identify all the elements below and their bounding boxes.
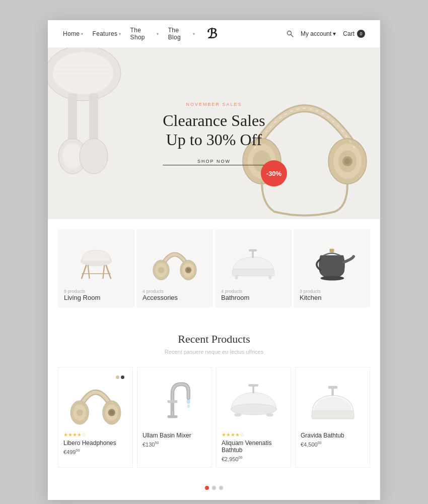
products-grid: ★★★★☆ Libero Headphones €49900 [58,367,370,468]
search-button[interactable] [287,30,294,37]
svg-rect-6 [89,93,98,144]
category-kitchen-name: Kitchen [300,294,321,301]
header: Home ▾ Features ▾ The Shop ▾ The Blog ▾ … [48,20,380,48]
svg-point-55 [234,413,241,416]
category-accessories-image [142,235,207,285]
category-kitchen-image [300,235,364,285]
category-living-room-name: Living Room [64,294,100,301]
svg-point-9 [80,139,108,174]
product-4-name: Gravida Bathtub [301,432,344,439]
chevron-down-icon: ▾ [333,30,336,37]
recent-products-section: Recent Products Recent pasuere neque eu … [48,318,380,478]
svg-point-39 [321,276,344,281]
product-1-stars: ★★★★☆ [63,432,86,437]
svg-rect-36 [235,276,238,279]
logo[interactable]: ℬ [205,25,223,43]
header-right: My account ▾ Cart 0 [233,30,365,38]
svg-point-20 [344,158,350,164]
product-3-stars: ★★★★☆ [222,432,244,437]
svg-point-33 [186,268,190,272]
pagination-dot-1[interactable] [205,486,209,490]
hero-subtitle: NOVEMBER SALES [163,102,265,107]
nav-features[interactable]: Features ▾ [93,30,121,37]
svg-rect-54 [248,384,258,387]
svg-point-46 [109,410,114,415]
hero-title: Clearance Sales Up to 30% Off [163,111,265,150]
svg-point-56 [266,413,273,416]
svg-point-29 [158,267,165,274]
product-4-price: €4,50000 [301,441,321,448]
svg-line-25 [103,266,105,278]
product-1-name: Libero Headphones [63,439,116,447]
product-2-image [142,372,206,428]
product-card-3[interactable]: ★★★★☆ Aliquam Venenatis Bathtub €2,95000 [216,367,291,468]
category-bathroom[interactable]: 4 products Bathroom [215,229,292,307]
svg-rect-48 [167,400,177,403]
svg-text:ℬ: ℬ [207,27,218,41]
svg-point-4 [53,52,113,94]
category-accessories[interactable]: 4 products Accessories [136,229,213,307]
svg-rect-49 [167,415,177,418]
hero-headphone-left-image [48,48,133,194]
cart-link[interactable]: Cart 0 [343,30,365,38]
chevron-down-icon: ▾ [81,32,83,36]
svg-rect-35 [249,249,257,251]
product-2-name: Ullam Basin Mixer [142,432,191,439]
category-bathroom-count: 4 products [221,289,242,294]
product-4-image [301,372,365,428]
categories-section: 8 products Living Room [48,219,380,318]
page-wrapper: Home ▾ Features ▾ The Shop ▾ The Blog ▾ … [48,20,380,500]
product-1-colors [116,375,124,379]
product-2-price: €13050 [142,441,159,448]
nav-home[interactable]: Home ▾ [63,30,84,37]
hero-content: NOVEMBER SALES Clearance Sales Up to 30%… [163,102,265,165]
category-accessories-count: 4 products [142,289,164,294]
category-living-room-image [64,235,128,285]
color-dot-dark [121,375,124,379]
product-3-price: €2,95000 [222,456,242,462]
discount-badge: -30% [261,160,287,186]
svg-line-2 [291,35,293,37]
pagination-dot-2[interactable] [212,486,216,490]
recent-products-subtitle: Recent pasuere neque eu lectus ulfrices [58,349,370,355]
product-1-price: €49900 [63,449,80,455]
shop-now-button[interactable]: SHOP NOW [163,159,265,165]
chevron-down-icon: ▾ [119,32,121,36]
svg-rect-58 [328,386,337,389]
svg-rect-38 [330,249,334,253]
pagination-dots [48,478,380,500]
recent-products-title: Recent Products [58,333,370,346]
svg-point-50 [186,399,190,404]
product-1-image [63,372,127,428]
product-card-4[interactable]: Gravida Bathtub €4,50000 [295,367,370,468]
svg-line-23 [106,266,111,278]
category-kitchen-count: 3 products [300,289,321,294]
product-card-2[interactable]: Ullam Basin Mixer €13050 [137,367,212,468]
svg-point-42 [76,409,83,416]
hero-section: NOVEMBER SALES Clearance Sales Up to 30%… [48,48,380,219]
category-kitchen[interactable]: 3 products Kitchen [294,229,370,307]
category-accessories-name: Accessories [142,294,178,301]
svg-line-22 [82,266,86,278]
svg-point-51 [187,404,189,408]
chevron-down-icon: ▾ [193,32,195,36]
product-3-name: Aliquam Venenatis Bathtub [222,439,286,454]
main-nav: Home ▾ Features ▾ The Shop ▾ The Blog ▾ [63,27,195,41]
chevron-down-icon: ▾ [157,32,159,36]
nav-blog[interactable]: The Blog ▾ [168,27,195,41]
account-link[interactable]: My account ▾ [301,30,336,37]
product-card-1[interactable]: ★★★★☆ Libero Headphones €49900 [58,367,133,468]
cart-count-badge: 0 [357,30,365,38]
product-3-image [222,372,286,428]
category-living-room[interactable]: 8 products Living Room [58,229,134,307]
pagination-dot-3[interactable] [219,486,223,490]
category-bathroom-name: Bathroom [221,294,249,301]
color-dot-beige [116,375,119,379]
svg-rect-37 [269,276,271,279]
category-living-room-count: 8 products [64,289,85,294]
nav-shop[interactable]: The Shop ▾ [130,27,159,41]
category-bathroom-image [221,235,286,285]
svg-line-24 [88,266,90,278]
